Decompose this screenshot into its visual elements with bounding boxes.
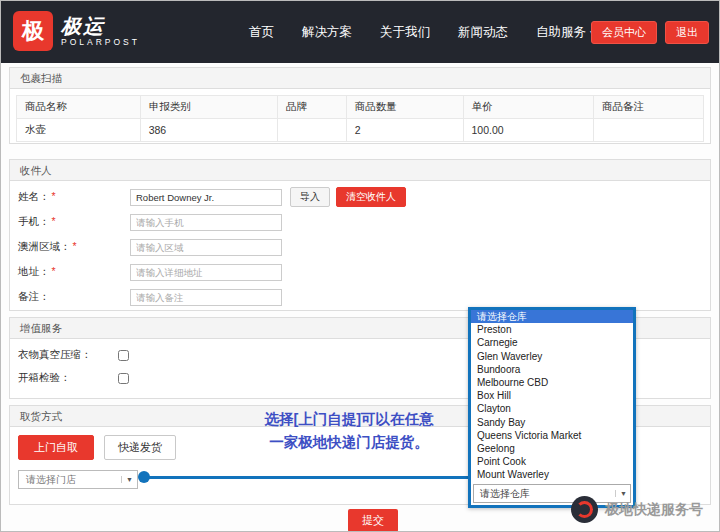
warehouse-option[interactable]: Geelong [471, 442, 633, 455]
warehouse-option-placeholder[interactable]: 请选择仓库 [471, 310, 633, 323]
warehouse-option[interactable]: Carnegie [471, 336, 633, 349]
phone-field[interactable] [130, 214, 282, 231]
goods-table: 商品名称 申报类别 品牌 商品数量 单价 商品备注 水壶 386 2 100.0… [16, 95, 704, 142]
package-scan-panel: 包裹扫描 商品名称 申报类别 品牌 商品数量 单价 商品备注 水壶 386 2 … [9, 67, 711, 144]
brand-logo: 极 极运 POLARPOST [13, 11, 140, 51]
page: 极 极运 POLARPOST 首页 解决方案 关于我们 新闻动态 自助服务 ▾ … [0, 0, 720, 532]
vacuum-compress-label: 衣物真空压缩： [18, 348, 114, 362]
courier-delivery-button[interactable]: 快递发货 [104, 435, 176, 460]
address-field[interactable] [130, 264, 282, 281]
polarpost-watermark-logo-icon [571, 496, 598, 523]
required-mark: * [52, 215, 56, 227]
warehouse-select-value: 请选择仓库 [480, 487, 530, 501]
cell-brand [278, 119, 347, 142]
warehouse-option[interactable]: Sandy Bay [471, 416, 633, 429]
goods-table-header-row: 商品名称 申报类别 品牌 商品数量 单价 商品备注 [17, 96, 704, 119]
panel-title-recipient: 收件人 [10, 160, 710, 181]
nav-item-home[interactable]: 首页 [249, 24, 274, 41]
cell-item-note [594, 119, 704, 142]
warehouse-option[interactable]: Queens Victoria Market [471, 429, 633, 442]
name-field[interactable] [130, 189, 282, 206]
watermark-text: 极地快递服务号 [605, 501, 703, 519]
warehouse-option[interactable]: Glen Waverley [471, 350, 633, 363]
address-label: 地址：* [18, 265, 130, 279]
col-header-quantity: 商品数量 [346, 96, 463, 119]
unbox-inspect-checkbox[interactable] [118, 373, 129, 384]
cell-item-name: 水壶 [17, 119, 141, 142]
warehouse-option[interactable]: Bundoora [471, 363, 633, 376]
region-label: 澳洲区域：* [18, 240, 130, 254]
clear-recipient-button[interactable]: 清空收件人 [336, 187, 406, 207]
nav-item-self-service[interactable]: 自助服务 ▾ [536, 24, 594, 41]
annotation-line-2: 一家极地快递门店提货。 [231, 431, 467, 454]
name-label: 姓名：* [18, 190, 130, 204]
form-row-address: 地址：* [18, 263, 710, 281]
logout-button[interactable]: 退出 [665, 21, 709, 44]
nav-item-news[interactable]: 新闻动态 [458, 24, 508, 41]
self-pickup-button[interactable]: 上门自取 [18, 435, 94, 460]
warehouse-option[interactable]: Point Cook [471, 455, 633, 468]
warehouse-dropdown-overlay: 请选择仓库 Preston Carnegie Glen Waverley Bun… [468, 307, 636, 508]
brand-name-en: POLARPOST [61, 37, 140, 47]
form-row-region: 澳洲区域：* [18, 238, 710, 256]
cell-declare-type: 386 [140, 119, 277, 142]
cell-unit-price: 100.00 [463, 119, 594, 142]
goods-table-row: 水壶 386 2 100.00 [17, 119, 704, 142]
required-mark: * [73, 240, 77, 252]
member-center-button[interactable]: 会员中心 [591, 21, 657, 44]
topbar-buttons: 会员中心 退出 [591, 21, 709, 44]
brand-text: 极运 POLARPOST [61, 15, 140, 47]
submit-button[interactable]: 提交 [348, 509, 398, 532]
note-label: 备注： [18, 290, 130, 304]
annotation-text: 选择[上门自提]可以在任意 一家极地快递门店提货。 [231, 408, 467, 454]
region-field[interactable] [130, 239, 282, 256]
form-row-phone: 手机：* [18, 213, 710, 231]
caret-down-icon: ▼ [121, 476, 133, 483]
import-button[interactable]: 导入 [290, 187, 330, 207]
recipient-panel: 收件人 姓名：* 导入 清空收件人 手机：* 澳洲区域：* 地址：* 备注： [9, 159, 711, 311]
polarpost-logo-icon: 极 [13, 11, 53, 51]
cell-quantity: 2 [346, 119, 463, 142]
nav-item-about[interactable]: 关于我们 [380, 24, 430, 41]
nav-item-solutions[interactable]: 解决方案 [302, 24, 352, 41]
phone-label: 手机：* [18, 215, 130, 229]
store-select[interactable]: 请选择门店 ▼ [18, 470, 138, 489]
top-navigation-bar: 极 极运 POLARPOST 首页 解决方案 关于我们 新闻动态 自助服务 ▾ … [1, 1, 719, 63]
unbox-inspect-label: 开箱检验： [18, 371, 114, 385]
warehouse-option[interactable]: Mount Waverley [471, 468, 633, 481]
brand-name-cn: 极运 [61, 15, 140, 37]
warehouse-option[interactable]: Box Hill [471, 389, 633, 402]
required-mark: * [52, 265, 56, 277]
warehouse-option[interactable]: Melbourne CBD [471, 376, 633, 389]
vacuum-compress-checkbox[interactable] [118, 350, 129, 361]
form-row-note: 备注： [18, 288, 710, 306]
main-nav: 首页 解决方案 关于我们 新闻动态 自助服务 ▾ [249, 1, 594, 63]
panel-title-package-scan: 包裹扫描 [10, 68, 710, 89]
col-header-unit-price: 单价 [463, 96, 594, 119]
store-select-value: 请选择门店 [26, 473, 76, 487]
note-field[interactable] [130, 289, 282, 306]
col-header-declare-type: 申报类别 [140, 96, 277, 119]
warehouse-option[interactable]: Clayton [471, 402, 633, 415]
form-row-name: 姓名：* 导入 清空收件人 [18, 188, 710, 206]
col-header-item-name: 商品名称 [17, 96, 141, 119]
watermark: 极地快递服务号 [571, 496, 703, 523]
col-header-item-note: 商品备注 [594, 96, 704, 119]
warehouse-option[interactable]: Preston [471, 323, 633, 336]
col-header-brand: 品牌 [278, 96, 347, 119]
required-mark: * [52, 190, 56, 202]
callout-line [147, 476, 469, 479]
annotation-line-1: 选择[上门自提]可以在任意 [231, 408, 467, 431]
